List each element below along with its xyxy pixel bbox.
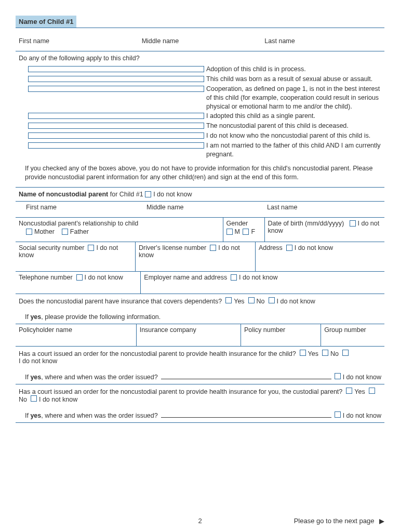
tel-label: Telephone number bbox=[19, 274, 73, 281]
last-name-field[interactable]: Last name bbox=[261, 35, 384, 51]
ncp-middle-name-field[interactable]: Middle name bbox=[143, 202, 264, 217]
check-court2-no[interactable] bbox=[369, 388, 375, 394]
apply-question-block: Do any of the following apply to this ch… bbox=[16, 51, 384, 161]
ww2-pre: If bbox=[25, 412, 30, 419]
check-cooperation-label: Cooperation, as defined on page 1, is no… bbox=[206, 85, 381, 111]
ww1-bold: yes bbox=[30, 374, 41, 381]
insurance-company-cell[interactable]: Insurance company bbox=[137, 324, 241, 346]
check-gender-f[interactable] bbox=[243, 229, 249, 235]
court-order-custodial-row: Has a court issued an order for the nonc… bbox=[16, 384, 384, 406]
check-pregnant[interactable] bbox=[28, 142, 204, 149]
insurance-question: Does the noncustodial parent have insura… bbox=[19, 298, 222, 305]
check-court1-no[interactable] bbox=[322, 350, 328, 356]
ncp-name-bold: Name of noncustodial parent bbox=[19, 191, 108, 198]
ncp-last-name-field[interactable]: Last name bbox=[264, 202, 384, 217]
check-unknown-ncp[interactable] bbox=[28, 132, 204, 139]
ssn-cell[interactable]: Social security number I do not know bbox=[16, 242, 136, 271]
check-ncp-unknown-main[interactable] bbox=[145, 191, 151, 197]
gender-cell: Gender M F bbox=[223, 218, 265, 242]
ncp-first-name-label: First name bbox=[26, 204, 57, 211]
middle-name-field[interactable]: Middle name bbox=[139, 35, 262, 51]
page-footer: 2 Please go to the next page bbox=[16, 517, 384, 525]
employer-cell[interactable]: Employer name and address I do not know bbox=[141, 272, 384, 294]
policyholder-cell[interactable]: Policyholder name bbox=[16, 324, 137, 346]
check-mother[interactable] bbox=[26, 229, 32, 235]
ww1-pre: If bbox=[25, 374, 30, 381]
info-paragraph: If you checked any of the boxes above, y… bbox=[16, 164, 384, 188]
court1-yes-label: Yes bbox=[308, 350, 318, 357]
ww1-rest: , where and when was the order issued? bbox=[41, 374, 157, 381]
ncp-first-name-field[interactable]: First name bbox=[23, 202, 143, 217]
groupnum-label: Group number bbox=[324, 326, 366, 334]
relationship-label: Noncustodial parent's relationship to ch… bbox=[19, 220, 220, 227]
check-dl-unknown[interactable] bbox=[210, 245, 216, 251]
check-court2-detail-unknown[interactable] bbox=[335, 411, 341, 418]
dl-cell[interactable]: Driver's license number I do not know bbox=[136, 242, 256, 271]
check-single-adopt[interactable] bbox=[28, 113, 204, 119]
check-father[interactable] bbox=[62, 229, 68, 235]
tel-unknown-label: I do not know bbox=[85, 274, 123, 281]
apply-question: Do any of the following apply to this ch… bbox=[19, 55, 381, 62]
section-title: Name of Child #1 bbox=[16, 16, 76, 28]
ifyes-rest: , please provide the following informati… bbox=[41, 313, 161, 321]
check-court1-detail-unknown[interactable] bbox=[335, 373, 341, 379]
f-label: F bbox=[251, 228, 255, 235]
relationship-cell: Noncustodial parent's relationship to ch… bbox=[16, 218, 223, 242]
check-court2-yes[interactable] bbox=[346, 388, 352, 394]
check-ssn-unknown[interactable] bbox=[88, 245, 94, 251]
check-adoption[interactable] bbox=[28, 66, 204, 72]
ncp-unknown-label: I do not know bbox=[153, 191, 192, 198]
mother-label: Mother bbox=[34, 228, 55, 235]
next-page-prompt: Please go to the next page bbox=[294, 517, 384, 525]
check-addr-unknown[interactable] bbox=[286, 245, 292, 251]
first-name-label: First name bbox=[19, 37, 49, 45]
court2-detail-row: If yes, where and when was the order iss… bbox=[16, 406, 384, 423]
check-court2-unknown[interactable] bbox=[31, 395, 37, 402]
court2-yes-label: Yes bbox=[354, 388, 365, 395]
dob-label: Date of birth (mm/dd/yyyy) bbox=[268, 220, 344, 227]
gender-label: Gender bbox=[226, 220, 261, 227]
policyholder-label: Policyholder name bbox=[19, 326, 72, 334]
if-yes-info-line: If yes, please provide the following inf… bbox=[16, 308, 384, 324]
insurance-question-row: Does the noncustodial parent have insura… bbox=[16, 294, 384, 308]
father-label: Father bbox=[70, 228, 89, 235]
check-deceased-label: The noncustodial parent of this child is… bbox=[206, 122, 381, 130]
address-cell[interactable]: Address I do not know bbox=[256, 242, 384, 271]
check-gender-m[interactable] bbox=[226, 229, 233, 235]
group-number-cell[interactable]: Group number bbox=[321, 324, 384, 346]
check-court1-unknown[interactable] bbox=[342, 350, 349, 356]
check-court1-yes[interactable] bbox=[300, 350, 306, 356]
check-deceased[interactable] bbox=[28, 123, 204, 129]
address-label: Address bbox=[259, 244, 283, 251]
court2-no-label: No bbox=[19, 396, 27, 403]
check-ins-no[interactable] bbox=[248, 297, 255, 303]
check-ins-yes[interactable] bbox=[225, 297, 232, 303]
ww2-rest: , where and when was the order issued? bbox=[41, 412, 157, 419]
ins-no-label: No bbox=[257, 298, 265, 305]
telephone-cell[interactable]: Telephone number I do not know bbox=[16, 272, 141, 294]
check-ins-unknown[interactable] bbox=[269, 297, 275, 303]
company-label: Insurance company bbox=[140, 326, 196, 334]
ww2-bold: yes bbox=[30, 412, 41, 419]
court1-detail-row: If yes, where and when was the order iss… bbox=[16, 368, 384, 384]
check-dob-unknown[interactable] bbox=[350, 220, 356, 227]
ncp-name-line: Name of noncustodial parent for Child #1… bbox=[16, 188, 384, 202]
check-abuse[interactable] bbox=[28, 76, 204, 82]
check-tel-unknown[interactable] bbox=[76, 274, 83, 281]
emp-unknown-label: I do not know bbox=[239, 274, 277, 281]
court1-detail-input[interactable] bbox=[161, 373, 331, 379]
policy-number-cell[interactable]: Policy number bbox=[241, 324, 321, 346]
first-name-field[interactable]: First name bbox=[16, 35, 139, 51]
court2-detail-unknown-label: I do not know bbox=[343, 412, 381, 419]
court-order-child-row: Has a court issued an order for the nonc… bbox=[16, 347, 384, 368]
middle-name-label: Middle name bbox=[142, 37, 179, 45]
check-cooperation[interactable] bbox=[28, 86, 204, 92]
court2-detail-input[interactable] bbox=[161, 411, 331, 418]
ins-unknown-label: I do not know bbox=[277, 298, 315, 305]
check-abuse-label: This child was born as a result of sexua… bbox=[206, 75, 381, 84]
court1-question: Has a court issued an order for the nonc… bbox=[19, 350, 296, 357]
addr-unknown-label: I do not know bbox=[295, 244, 333, 251]
page-number: 2 bbox=[198, 517, 202, 525]
dob-cell: Date of birth (mm/dd/yyyy) I do not know bbox=[265, 218, 384, 242]
check-emp-unknown[interactable] bbox=[231, 274, 237, 281]
